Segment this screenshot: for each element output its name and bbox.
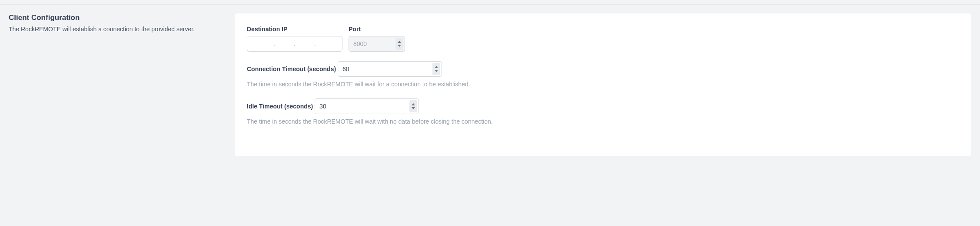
connection-timeout-label: Connection Timeout (seconds) — [247, 66, 336, 72]
connection-timeout-help: The time in seconds the RockREMOTE will … — [247, 80, 959, 89]
idle-timeout-label: Idle Timeout (seconds) — [247, 103, 313, 110]
idle-timeout-help: The time in seconds the RockREMOTE will … — [247, 118, 959, 126]
chevron-down-icon — [412, 107, 415, 109]
port-spinner[interactable] — [395, 38, 403, 50]
idle-timeout-input[interactable] — [315, 98, 419, 114]
chevron-up-icon — [435, 66, 438, 68]
connection-timeout-group: Connection Timeout (seconds) The time in… — [247, 61, 959, 89]
port-input-wrap — [349, 36, 405, 52]
idle-timeout-spinner[interactable] — [409, 100, 417, 112]
section-header-col: Client Configuration The RockREMOTE will… — [9, 13, 226, 156]
chevron-up-icon — [412, 103, 415, 105]
section-description: The RockREMOTE will establish a connecti… — [9, 25, 217, 34]
destination-ip-input[interactable] — [247, 36, 342, 52]
port-group: Port — [349, 26, 405, 52]
connection-timeout-input[interactable] — [338, 61, 442, 77]
port-label: Port — [349, 26, 405, 33]
destination-ip-label: Destination IP — [247, 26, 342, 33]
form-panel: Destination IP ... Port — [235, 13, 971, 156]
chevron-down-icon — [435, 70, 438, 72]
destination-ip-group: Destination IP ... — [247, 26, 342, 52]
connection-timeout-spinner[interactable] — [432, 63, 440, 75]
idle-timeout-input-wrap — [315, 98, 419, 114]
ip-port-row: Destination IP ... Port — [247, 26, 959, 52]
ip-input-wrap: ... — [247, 36, 342, 52]
connection-timeout-input-wrap — [338, 61, 442, 77]
client-configuration-section: Client Configuration The RockREMOTE will… — [0, 4, 980, 165]
section-title: Client Configuration — [9, 13, 217, 22]
chevron-down-icon — [398, 45, 401, 47]
idle-timeout-group: Idle Timeout (seconds) The time in secon… — [247, 98, 959, 126]
chevron-up-icon — [398, 41, 401, 43]
